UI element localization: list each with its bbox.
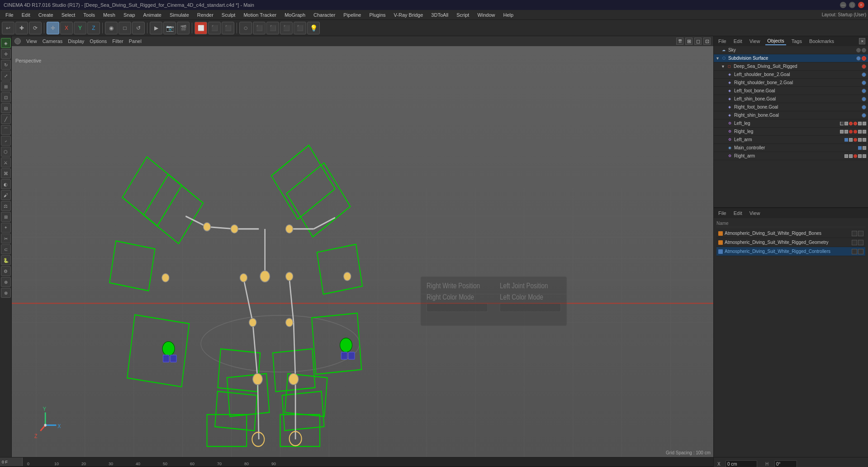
menu-pipeline[interactable]: Pipeline: [340, 11, 365, 19]
menu-3dtoall[interactable]: 3DToAll: [427, 11, 452, 19]
left-tool-24[interactable]: ⊗: [1, 288, 11, 298]
lleg-dot2[interactable]: [854, 122, 857, 125]
viewport-menu-options[interactable]: Options: [90, 38, 107, 44]
viewport-menu-panel[interactable]: Panel: [129, 38, 142, 44]
sculpt-btn3[interactable]: ⬛: [280, 22, 293, 34]
obj-item-lfb[interactable]: ◈ Left_foot_bone.Goal: [714, 87, 868, 95]
z-axis-button[interactable]: Z: [87, 22, 100, 34]
mesh-mode[interactable]: □: [119, 22, 131, 34]
viewport-menu-cameras[interactable]: Cameras: [43, 38, 63, 44]
attr-item-bones[interactable]: Atmospheric_Diving_Suit_White_Rigged_Bon…: [716, 229, 865, 238]
rleg-tag3[interactable]: [858, 130, 862, 133]
tab-edit[interactable]: Edit: [732, 38, 744, 45]
spline-mode[interactable]: ↺: [132, 22, 145, 34]
lleg-tag4[interactable]: [863, 122, 866, 125]
left-tool-18[interactable]: ⌖: [1, 223, 11, 233]
left-tool-morph[interactable]: ◐: [1, 179, 11, 189]
geo-vis[interactable]: [852, 240, 857, 245]
camera-tool[interactable]: 📷: [163, 22, 176, 34]
dot4[interactable]: [862, 97, 866, 101]
rarm-dot1[interactable]: [854, 154, 857, 158]
viewport[interactable]: View Cameras Display Options Filter Pane…: [12, 36, 713, 457]
rleg-tag2[interactable]: [844, 130, 848, 133]
dot1[interactable]: [862, 72, 866, 77]
lleg-dot1[interactable]: [849, 122, 853, 125]
model-mode[interactable]: ◉: [105, 22, 118, 34]
left-tool-19[interactable]: ✂: [1, 234, 11, 243]
left-tool-paint[interactable]: 🖌: [1, 190, 11, 200]
x-axis-button[interactable]: X: [60, 22, 73, 34]
tab-tags[interactable]: Tags: [790, 38, 804, 45]
obj-item-sky[interactable]: ☁ Sky: [714, 46, 868, 54]
left-tool-poly[interactable]: ⬡: [1, 147, 11, 157]
attr-item-geometry[interactable]: Atmospheric_Diving_Suit_White_Rigged_Geo…: [716, 238, 865, 247]
coord-x-pos[interactable]: [726, 460, 757, 467]
viewport-scene[interactable]: Perspective: [12, 46, 713, 457]
viewport-menu-view[interactable]: View: [26, 38, 37, 44]
render-to-po[interactable]: ⬜: [194, 22, 207, 34]
sculpt-btn2[interactable]: ⬛: [266, 22, 279, 34]
lleg-tag1[interactable]: ⬛: [840, 122, 844, 125]
larm-tag3[interactable]: [858, 138, 862, 142]
menu-help[interactable]: Help: [500, 11, 517, 19]
menu-plugins[interactable]: Plugins: [365, 11, 389, 19]
subdiv-render[interactable]: [862, 56, 866, 61]
lleg-tag2[interactable]: [844, 122, 848, 125]
rleg-tag1[interactable]: [840, 130, 844, 133]
deepsea-dot[interactable]: [862, 64, 866, 69]
rleg-dot2[interactable]: [854, 130, 857, 133]
attr-tab-edit[interactable]: Edit: [732, 210, 744, 217]
obj-item-larm[interactable]: ⚙ Left_arm: [714, 136, 868, 144]
bones-vis[interactable]: [852, 231, 857, 236]
obj-item-rleg[interactable]: ⚙ Right_leg: [714, 128, 868, 136]
render-preview[interactable]: ▶: [150, 22, 162, 34]
viewport-menu-display[interactable]: Display: [68, 38, 84, 44]
obj-item-rsb[interactable]: ◈ Right_shin_bone.Goal: [714, 111, 868, 119]
dot5[interactable]: [862, 105, 866, 110]
attr-tab-view[interactable]: View: [748, 210, 762, 217]
undo-button[interactable]: ↩: [2, 22, 14, 34]
menu-mograph[interactable]: MoGraph: [281, 11, 309, 19]
menu-script[interactable]: Script: [453, 11, 473, 19]
larm-tag4[interactable]: [863, 138, 866, 142]
mc-tag2[interactable]: [863, 146, 866, 150]
y-axis-button[interactable]: Y: [74, 22, 86, 34]
rarm-tag1[interactable]: [844, 154, 848, 158]
left-tool-curve[interactable]: ⌒: [1, 125, 11, 135]
rleg-tag4[interactable]: [863, 130, 866, 133]
close-button[interactable]: ✕: [858, 2, 864, 8]
bulb-icon-btn[interactable]: 💡: [307, 22, 320, 34]
geo-render[interactable]: [858, 240, 863, 245]
left-tool-23[interactable]: ⊕: [1, 277, 11, 287]
tab-file[interactable]: File: [716, 38, 728, 45]
menu-render[interactable]: Render: [194, 11, 217, 19]
add-floor[interactable]: ⬛: [222, 22, 234, 34]
bones-render[interactable]: [858, 231, 863, 236]
menu-file[interactable]: File: [2, 11, 17, 19]
lleg-tag3[interactable]: [858, 122, 862, 125]
menu-vray[interactable]: V-Ray Bridge: [390, 11, 427, 19]
menu-motion-tracker[interactable]: Motion Tracker: [240, 11, 280, 19]
left-tool-knife[interactable]: ⚔: [1, 157, 11, 167]
menu-mesh[interactable]: Mesh: [100, 11, 119, 19]
dot2[interactable]: [862, 81, 866, 85]
viewport-toggle-3[interactable]: ◻: [694, 38, 702, 45]
left-tool-select[interactable]: ◈: [1, 38, 11, 48]
larm-dot1[interactable]: [854, 138, 857, 142]
obj-item-rarm[interactable]: ⚙ Right_arm: [714, 152, 868, 160]
rarm-tag4[interactable]: [863, 154, 866, 158]
minimize-button[interactable]: —: [840, 2, 846, 8]
obj-item-lsb[interactable]: ◈ Left_shin_bone.Goal: [714, 95, 868, 103]
larm-tag1[interactable]: [844, 138, 848, 142]
render-settings[interactable]: ⬛: [208, 22, 221, 34]
larm-tag2[interactable]: [849, 138, 853, 142]
left-tool-6[interactable]: ⊟: [1, 103, 11, 113]
menu-create[interactable]: Create: [35, 11, 57, 19]
rarm-tag3[interactable]: [858, 154, 862, 158]
tab-bookmarks[interactable]: Bookmarks: [807, 38, 836, 45]
obj-item-lsh2[interactable]: ◈ Left_shoulder_bone_2.Goal: [714, 71, 868, 79]
left-tool-20[interactable]: ⊂: [1, 244, 11, 254]
attr-tab-file[interactable]: File: [716, 210, 728, 217]
viewport-toggle-4[interactable]: ⊡: [703, 38, 711, 45]
obj-item-subdivision[interactable]: ▼ ⬡ Subdivision Surface: [714, 54, 868, 62]
